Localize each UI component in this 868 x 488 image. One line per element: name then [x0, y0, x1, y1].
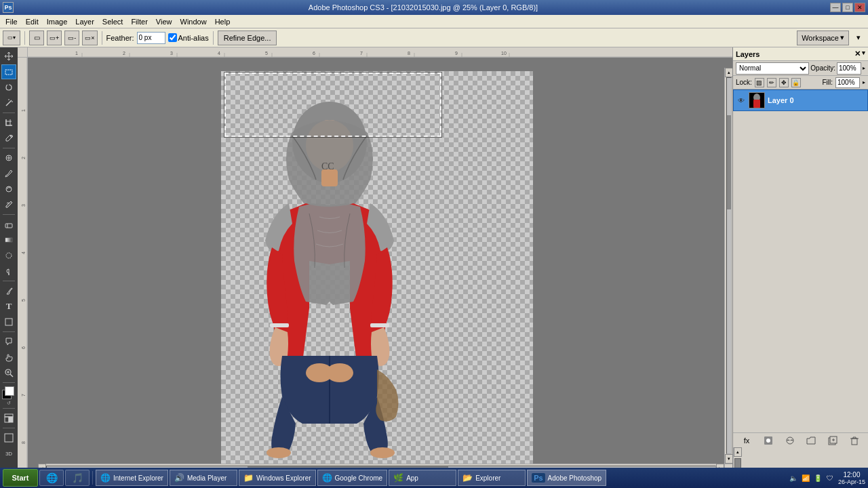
layer-0-item[interactable]: 👁 Layer 0 [733, 89, 868, 111]
move-tool[interactable] [1, 49, 16, 64]
menu-filter[interactable]: Filter [127, 16, 151, 27]
canvas-background: CC [221, 71, 533, 472]
sys-icons: 🔈 📶 🔋 🛡 [788, 472, 835, 483]
add-layer-style-btn[interactable]: fx [741, 434, 753, 447]
menu-help[interactable]: Help [211, 16, 235, 27]
ie-quick-launch[interactable]: 🌐 [39, 470, 64, 486]
svg-line-15 [10, 374, 13, 377]
crop-tool[interactable] [1, 115, 16, 130]
blur-tool[interactable] [1, 248, 16, 263]
text-tool[interactable]: T [1, 299, 16, 314]
marquee-tool[interactable] [1, 64, 16, 79]
photoshop-taskbar-btn[interactable]: Ps Adobe Photoshop [527, 470, 606, 486]
opacity-arrow[interactable]: ▸ [863, 65, 865, 71]
tool-preset-btn[interactable]: ▭▾ [3, 30, 20, 45]
rect-selection-btn[interactable]: ▭ [29, 30, 44, 45]
workspace-button[interactable]: Workspace ▾ [797, 30, 849, 45]
foreground-color[interactable] [1, 385, 16, 400]
feather-input[interactable] [137, 32, 165, 44]
svg-text:6: 6 [21, 346, 26, 349]
screen-mode-btn[interactable] [1, 430, 16, 445]
volume-icon[interactable]: 🔈 [788, 472, 799, 483]
svg-text:8: 8 [21, 441, 26, 444]
quick-mask-btn[interactable] [1, 411, 16, 426]
brush-tool[interactable] [1, 166, 16, 181]
clone-stamp-tool[interactable] [1, 182, 16, 197]
lock-image-btn[interactable]: ✏ [767, 78, 776, 87]
right-scroll-up[interactable]: ▴ [734, 447, 742, 457]
opacity-input[interactable] [837, 62, 861, 75]
subtract-selection-btn[interactable]: ▭- [64, 30, 79, 45]
delete-layer-btn[interactable] [848, 434, 861, 447]
annotations-tool[interactable] [1, 334, 16, 349]
app5-taskbar-btn[interactable]: 🌿 App [389, 470, 456, 486]
default-colors[interactable]: ↺ [1, 401, 16, 406]
3d-toggle-btn[interactable]: 3D [1, 446, 16, 461]
svg-text:5: 5 [265, 51, 268, 56]
pen-tool[interactable] [1, 283, 16, 298]
maximize-button[interactable]: □ [842, 3, 853, 12]
start-button[interactable]: Start [3, 469, 38, 487]
intersect-selection-btn[interactable]: ▭× [82, 30, 97, 45]
add-adjustment-btn[interactable] [784, 434, 796, 447]
healing-tool[interactable] [1, 150, 16, 165]
blend-mode-select[interactable]: Normal Multiply Screen Overlay [736, 62, 809, 75]
gradient-tool[interactable] [1, 232, 16, 247]
scroll-down-btn[interactable]: ▾ [725, 454, 733, 464]
menu-view[interactable]: View [152, 16, 176, 27]
hand-tool[interactable] [1, 350, 16, 365]
ie-taskbar-btn[interactable]: 🌐 Internet Explorer [96, 470, 168, 486]
workspace-expand-btn[interactable]: ▾ [852, 30, 865, 45]
shape-tool[interactable] [1, 314, 16, 329]
layer-visibility-toggle[interactable]: 👁 [736, 96, 746, 105]
menu-window[interactable]: Window [176, 16, 211, 27]
layers-lock-row: Lock: ▨ ✏ ✥ 🔒 Fill: ▸ [733, 76, 868, 89]
network-icon[interactable]: 📶 [800, 472, 811, 483]
v-scroll-track[interactable] [726, 77, 732, 454]
add-mask-btn[interactable] [762, 434, 774, 447]
svg-point-61 [267, 447, 291, 458]
chrome-taskbar-btn[interactable]: 🌐 Google Chrome [317, 470, 388, 486]
battery-icon[interactable]: 🔋 [812, 472, 823, 483]
separator2 [102, 31, 102, 45]
media-taskbar-btn[interactable]: 🔊 Media Player [170, 470, 237, 486]
explorer2-taskbar-btn[interactable]: 📂 Explorer [458, 470, 526, 486]
lock-position-btn[interactable]: ✥ [779, 78, 789, 87]
menu-file[interactable]: File [1, 16, 22, 27]
lock-transparency-btn[interactable]: ▨ [755, 78, 764, 87]
zoom-tool[interactable] [1, 365, 16, 380]
mediaplayer-quick-launch[interactable]: 🎵 [65, 470, 90, 486]
menu-image[interactable]: Image [43, 16, 72, 27]
layers-panel: Layers ✕ ▾ Normal Multiply Screen Overla… [733, 47, 868, 447]
menu-edit[interactable]: Edit [22, 16, 43, 27]
scroll-up-btn[interactable]: ▴ [725, 68, 733, 77]
folder-taskbar-btn[interactable]: 📁 Windows Explorer [239, 470, 316, 486]
create-group-btn[interactable] [805, 434, 817, 447]
minimize-button[interactable]: — [830, 3, 841, 12]
layers-panel-menu[interactable]: ▾ [862, 49, 865, 58]
v-scroll-thumb[interactable] [727, 115, 731, 209]
add-selection-btn[interactable]: ▭+ [47, 30, 62, 45]
layers-bottom-toolbar: fx [733, 432, 868, 447]
antialias-checkbox[interactable] [168, 33, 177, 42]
vertical-scrollbar[interactable]: ▴ ▾ [724, 68, 732, 464]
close-button[interactable]: ✕ [854, 3, 865, 12]
magic-wand-tool[interactable] [1, 96, 16, 110]
layers-panel-header: Layers ✕ ▾ [733, 47, 868, 61]
menu-layer[interactable]: Layer [71, 16, 98, 27]
menu-select[interactable]: Select [98, 16, 127, 27]
fill-input[interactable] [835, 77, 860, 88]
lock-all-btn[interactable]: 🔒 [791, 78, 801, 87]
svg-text:7: 7 [21, 394, 26, 396]
eyedropper-tool[interactable] [1, 131, 16, 146]
clock-display[interactable]: 12:00 26-Apr-15 [838, 471, 865, 485]
security-icon[interactable]: 🛡 [825, 472, 835, 483]
refine-edge-button[interactable]: Refine Edge... [218, 30, 277, 45]
eraser-tool[interactable] [1, 217, 16, 232]
history-brush-tool[interactable] [1, 197, 16, 212]
fill-arrow[interactable]: ▸ [863, 79, 865, 85]
layers-panel-close[interactable]: ✕ [854, 49, 861, 58]
new-layer-btn[interactable] [827, 434, 839, 447]
dodge-tool[interactable] [1, 264, 16, 279]
lasso-tool[interactable] [1, 80, 16, 95]
